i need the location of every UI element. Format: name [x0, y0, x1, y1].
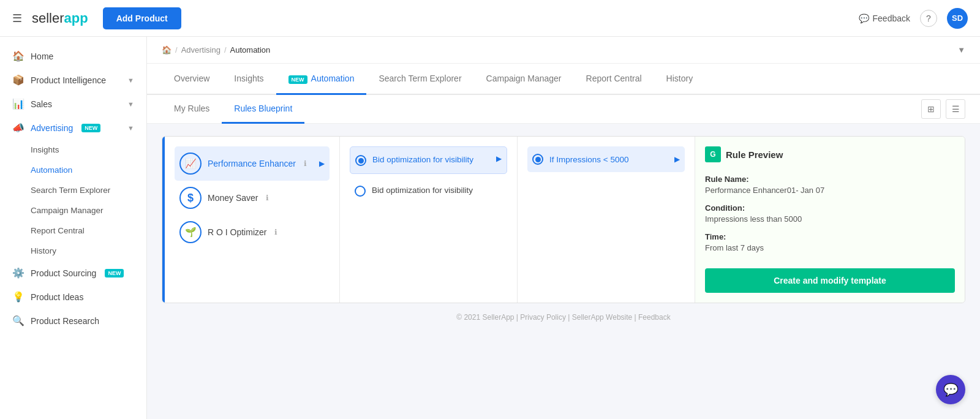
sidebar-item-label: Advertising	[31, 123, 73, 133]
rule-item-label: R O I Optimizer	[208, 227, 266, 237]
rule-item-label: Money Saver	[208, 193, 258, 203]
main-content: 🏠 / Advertising / Automation ▼ Overview …	[147, 37, 980, 419]
tab-automation[interactable]: NEWAutomation	[276, 64, 367, 95]
top-nav: ☰ sellerapp Add Product 💬 Feedback ? SD	[0, 0, 980, 37]
product-intelligence-icon: 📦	[12, 74, 24, 86]
bid-option-visibility-2[interactable]: Bid optimization for visibility	[350, 178, 507, 204]
sidebar-item-label: Product Sourcing	[31, 268, 96, 278]
advertising-icon: 📣	[12, 122, 24, 134]
bid-option-label: Bid optimization for visibility	[372, 154, 473, 166]
radio-unselected-icon	[355, 186, 366, 197]
info-icon[interactable]: ℹ	[274, 228, 277, 236]
new-tab-badge: NEW	[288, 75, 307, 84]
list-view-icon[interactable]: ☰	[946, 99, 965, 119]
rule-item-performance-enhancer[interactable]: 📈 Performance Enhancer ℹ ▶	[175, 146, 330, 181]
product-sourcing-icon: ⚙️	[12, 267, 24, 279]
condition-value: Impressions less than 5000	[705, 214, 955, 224]
rule-item-label: Performance Enhancer	[208, 159, 296, 168]
sub-item-report-central[interactable]: Report Central	[0, 221, 146, 241]
hamburger-icon[interactable]: ☰	[12, 12, 22, 25]
preview-row-time: Time: From last 7 days	[705, 232, 955, 252]
sub-item-insights[interactable]: Insights	[0, 140, 146, 160]
sidebar-item-sales[interactable]: 📊 Sales ▼	[0, 92, 146, 116]
home-breadcrumb-icon[interactable]: 🏠	[162, 45, 172, 55]
sidebar-item-label: Home	[31, 51, 53, 61]
sub-item-search-term-explorer[interactable]: Search Term Explorer	[0, 180, 146, 200]
advertising-sub-menu: Insights Automation Search Term Explorer…	[0, 140, 146, 261]
breadcrumb: 🏠 / Advertising / Automation ▼	[147, 37, 980, 64]
help-icon[interactable]: ?	[920, 10, 937, 27]
info-icon[interactable]: ℹ	[266, 194, 269, 202]
top-nav-right: 💬 Feedback ? SD	[859, 8, 968, 29]
dropdown-arrow-icon[interactable]: ▼	[957, 45, 965, 55]
chevron-right-icon: ▶	[496, 154, 502, 163]
add-product-button[interactable]: Add Product	[103, 7, 181, 29]
time-value: From last 7 days	[705, 243, 955, 252]
sidebar-item-label: Product Ideas	[31, 292, 83, 302]
product-ideas-icon: 💡	[12, 291, 24, 303]
sidebar-item-home[interactable]: 🏠 Home	[0, 44, 146, 68]
tab-insights[interactable]: Insights	[222, 64, 276, 95]
time-label: Time:	[705, 232, 955, 241]
tab-campaign-manager[interactable]: Campaign Manager	[474, 64, 574, 95]
sidebar-item-product-sourcing[interactable]: ⚙️ Product Sourcing NEW	[0, 261, 146, 285]
money-saver-icon: $	[179, 187, 202, 209]
rule-name-label: Rule Name:	[705, 175, 955, 184]
chat-bubble-button[interactable]: 💬	[936, 375, 965, 404]
rule-preview-icon: G	[705, 146, 721, 162]
preview-row-name: Rule Name: Performance Enhancer01- Jan 0…	[705, 175, 955, 195]
condition-label: If Impressions < 5000	[549, 155, 628, 164]
blueprint-col-conditions: If Impressions < 5000 ▶	[518, 137, 695, 303]
home-icon: 🏠	[12, 50, 24, 62]
sidebar-item-product-research[interactable]: 🔍 Product Research	[0, 309, 146, 333]
chevron-down-icon: ▼	[127, 124, 134, 132]
sub-item-campaign-manager[interactable]: Campaign Manager	[0, 200, 146, 221]
new-badge: NEW	[105, 269, 124, 277]
logo: sellerapp	[32, 10, 88, 26]
grid-view-icon[interactable]: ⊞	[921, 99, 941, 119]
user-avatar[interactable]: SD	[947, 8, 968, 29]
radio-selected-icon	[355, 155, 366, 166]
new-badge: NEW	[81, 124, 100, 132]
tab-history[interactable]: History	[654, 64, 706, 95]
tab-report-central[interactable]: Report Central	[574, 64, 654, 95]
breadcrumb-advertising[interactable]: Advertising	[181, 45, 221, 55]
blueprint-col-rule-types: 📈 Performance Enhancer ℹ ▶ $ Money Saver…	[162, 137, 340, 303]
feedback-button[interactable]: 💬 Feedback	[859, 13, 910, 23]
preview-row-condition: Condition: Impressions less than 5000	[705, 203, 955, 224]
blueprint-grid: 📈 Performance Enhancer ℹ ▶ $ Money Saver…	[162, 136, 965, 303]
tab-overview[interactable]: Overview	[162, 64, 222, 95]
sub-tab-rules-blueprint[interactable]: Rules Blueprint	[222, 95, 304, 124]
sub-item-history[interactable]: History	[0, 241, 146, 261]
chevron-down-icon: ▼	[127, 100, 134, 108]
sidebar-item-label: Sales	[31, 99, 52, 109]
logo-app: app	[64, 10, 88, 26]
feedback-icon: 💬	[859, 13, 869, 23]
sidebar-item-advertising[interactable]: 📣 Advertising NEW ▼	[0, 116, 146, 140]
sub-tabs-actions: ⊞ ☰	[921, 99, 965, 119]
content-area: 📈 Performance Enhancer ℹ ▶ $ Money Saver…	[147, 124, 980, 419]
sidebar: 🏠 Home 📦 Product Intelligence ▼ 📊 Sales …	[0, 37, 147, 419]
create-modify-template-button[interactable]: Create and modify template	[705, 268, 955, 293]
sub-item-automation[interactable]: Automation	[0, 160, 146, 180]
condition-label: Condition:	[705, 203, 955, 213]
chevron-right-icon: ▶	[319, 159, 325, 168]
sidebar-item-product-intelligence[interactable]: 📦 Product Intelligence ▼	[0, 68, 146, 92]
tab-search-term-explorer[interactable]: Search Term Explorer	[366, 64, 473, 95]
rule-item-money-saver[interactable]: $ Money Saver ℹ	[175, 181, 330, 215]
sidebar-item-product-ideas[interactable]: 💡 Product Ideas	[0, 285, 146, 309]
rule-name-value: Performance Enhancer01- Jan 07	[705, 186, 955, 195]
bid-option-visibility-selected[interactable]: Bid optimization for visibility ▶	[350, 146, 507, 174]
info-icon[interactable]: ℹ	[304, 159, 307, 168]
main-layout: 🏠 Home 📦 Product Intelligence ▼ 📊 Sales …	[0, 37, 980, 419]
rule-item-roi-optimizer[interactable]: 🌱 R O I Optimizer ℹ	[175, 215, 330, 249]
sales-icon: 📊	[12, 98, 24, 110]
roi-optimizer-icon: 🌱	[179, 221, 202, 243]
sub-tab-my-rules[interactable]: My Rules	[162, 95, 222, 124]
logo-seller: seller	[32, 10, 64, 26]
product-research-icon: 🔍	[12, 315, 24, 327]
blueprint-col-rule-preview: G Rule Preview Rule Name: Performance En…	[695, 137, 965, 303]
performance-enhancer-icon: 📈	[179, 153, 202, 175]
condition-impressions[interactable]: If Impressions < 5000 ▶	[527, 146, 685, 172]
sidebar-item-label: Product Research	[31, 316, 99, 326]
